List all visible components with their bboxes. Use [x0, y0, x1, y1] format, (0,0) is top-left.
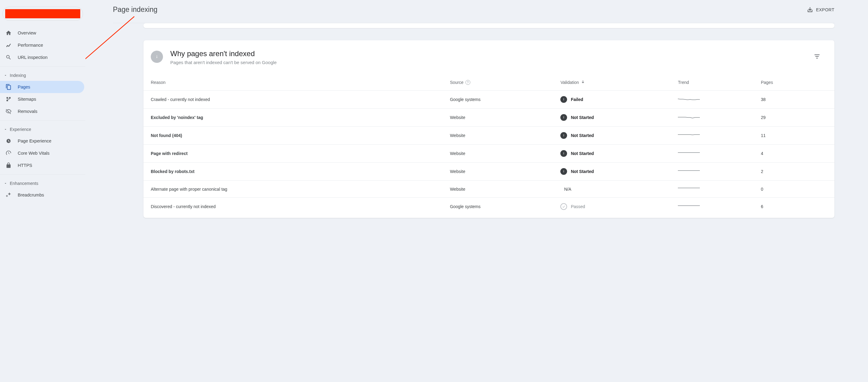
col-header-trend[interactable]: Trend: [675, 74, 758, 91]
pages-cell: 2: [758, 163, 834, 181]
sidebar-item-page-experience[interactable]: Page Experience: [0, 135, 84, 147]
section-label: Experience: [10, 127, 31, 132]
sidebar-item-label: Overview: [18, 31, 36, 35]
sparkline: [678, 169, 700, 173]
pages-cell: 4: [758, 145, 834, 163]
sidebar-item-url-inspection[interactable]: URL inspection: [0, 51, 84, 63]
why-not-indexed-card: Why pages aren't indexed Pages that aren…: [144, 40, 834, 218]
validation-cell: Passed: [558, 198, 675, 216]
export-label: EXPORT: [816, 7, 834, 12]
trend-icon: [5, 42, 11, 48]
section-label: Indexing: [10, 73, 26, 78]
sidebar-item-label: URL inspection: [18, 55, 48, 60]
caret-down-icon: [4, 73, 7, 77]
col-header-validation[interactable]: Validation: [558, 74, 675, 91]
card-title: Why pages aren't indexed: [170, 50, 805, 58]
table-row[interactable]: Alternate page with proper canonical tag…: [144, 181, 834, 198]
exclaim-icon: [560, 132, 567, 139]
filter-icon: [814, 53, 820, 60]
col-header-source[interactable]: Source ?: [447, 74, 558, 91]
sidebar-item-removals[interactable]: Removals: [0, 105, 84, 118]
trend-cell: [675, 163, 758, 181]
sidebar-item-https[interactable]: HTTPS: [0, 159, 84, 171]
reason-cell: Alternate page with proper canonical tag: [144, 181, 447, 198]
main-content: Page indexing EXPORT Why pages aren't in…: [86, 0, 868, 382]
sidebar-item-label: Core Web Vitals: [18, 151, 50, 156]
table-row[interactable]: Discovered - currently not indexedGoogle…: [144, 198, 834, 216]
section-head-experience[interactable]: Experience: [0, 124, 86, 135]
pages-cell: 11: [758, 127, 834, 145]
trend-cell: [675, 145, 758, 163]
reason-cell: Not found (404): [144, 127, 447, 145]
trend-cell: [675, 108, 758, 127]
table-row[interactable]: Crawled - currently not indexedGoogle sy…: [144, 91, 834, 108]
trend-cell: [675, 127, 758, 145]
help-icon[interactable]: ?: [465, 80, 470, 85]
trend-cell: [675, 91, 758, 108]
exclaim-icon: [560, 114, 567, 121]
exclaim-icon: [560, 150, 567, 157]
card-subtitle: Pages that aren't indexed can't be serve…: [170, 60, 805, 65]
validation-cell: N/A: [558, 181, 675, 198]
sidebar-item-label: Page Experience: [18, 138, 51, 144]
home-icon: [5, 30, 11, 36]
export-button[interactable]: EXPORT: [807, 7, 834, 13]
table-row[interactable]: Excluded by 'noindex' tagWebsiteNot Star…: [144, 108, 834, 127]
sidebar-item-label: Removals: [18, 109, 37, 114]
sitemaps-icon: [5, 96, 11, 102]
pages-cell: 6: [758, 198, 834, 216]
sparkline: [678, 186, 700, 191]
sidebar-item-core-web-vitals[interactable]: Core Web Vitals: [0, 147, 84, 159]
filter-button[interactable]: [812, 51, 822, 63]
exclaim-icon: [560, 168, 567, 175]
breadcrumbs-icon: [5, 192, 11, 198]
info-icon: [151, 51, 163, 63]
sidebar-item-overview[interactable]: Overview: [0, 27, 84, 39]
exclaim-icon: [560, 96, 567, 103]
table-row[interactable]: Blocked by robots.txtWebsiteNot Started2: [144, 163, 834, 181]
table-row[interactable]: Not found (404)WebsiteNot Started11: [144, 127, 834, 145]
source-cell: Google systems: [447, 91, 558, 108]
col-header-source-label: Source: [450, 80, 463, 85]
sidebar: Overview Performance URL inspection Inde…: [0, 0, 86, 382]
trend-cell: [675, 181, 758, 198]
sparkline: [678, 151, 700, 156]
reasons-table: Reason Source ? Validation: [144, 74, 834, 215]
sidebar-item-label: Sitemaps: [18, 97, 36, 102]
validation-cell: Not Started: [558, 127, 675, 145]
sidebar-item-performance[interactable]: Performance: [0, 39, 84, 51]
validation-cell: Not Started: [558, 108, 675, 127]
source-cell: Website: [447, 181, 558, 198]
sidebar-item-label: Breadcrumbs: [18, 193, 44, 197]
section-head-enhancements[interactable]: Enhancements: [0, 178, 86, 189]
source-cell: Website: [447, 108, 558, 127]
pageexp-icon: [5, 138, 11, 144]
validation-cell: Failed: [558, 91, 675, 108]
sparkline: [678, 97, 700, 102]
sidebar-item-breadcrumbs[interactable]: Breadcrumbs: [0, 189, 84, 201]
table-row[interactable]: Page with redirectWebsiteNot Started4: [144, 145, 834, 163]
property-selector[interactable]: [2, 7, 83, 21]
lock-icon: [5, 162, 11, 168]
redacted-property: [5, 9, 80, 18]
sidebar-item-label: Performance: [18, 43, 43, 47]
trend-cell: [675, 198, 758, 216]
search-icon: [5, 54, 11, 60]
col-header-pages[interactable]: Pages: [758, 74, 834, 91]
svg-line-1: [86, 17, 134, 80]
section-head-indexing[interactable]: Indexing: [0, 70, 86, 81]
reason-cell: Discovered - currently not indexed: [144, 198, 447, 216]
sidebar-item-sitemaps[interactable]: Sitemaps: [0, 93, 84, 105]
col-header-reason[interactable]: Reason: [144, 74, 447, 91]
check-icon: [560, 203, 567, 210]
source-cell: Website: [447, 127, 558, 145]
sidebar-item-pages[interactable]: Pages: [0, 81, 84, 93]
sidebar-item-label: HTTPS: [18, 163, 32, 168]
sidebar-item-label: Pages: [18, 85, 30, 89]
cwv-icon: [5, 150, 11, 156]
caret-down-icon: [4, 182, 7, 185]
pages-cell: 38: [758, 91, 834, 108]
download-icon: [807, 7, 813, 13]
col-header-validation-label: Validation: [560, 80, 579, 85]
section-label: Enhancements: [10, 181, 38, 186]
